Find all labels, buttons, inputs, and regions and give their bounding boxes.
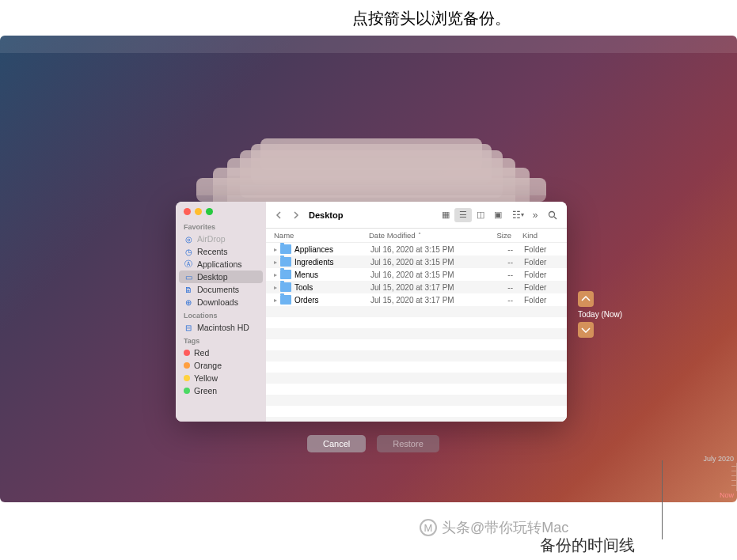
sidebar-tag-green[interactable]: Green (176, 384, 266, 397)
file-row[interactable]: ▸MenusJul 16, 2020 at 3:15 PM--Folder (266, 268, 567, 281)
view-gallery-button[interactable]: ▣ (489, 208, 507, 222)
svg-point-0 (549, 211, 555, 217)
column-size[interactable]: Size (472, 231, 511, 240)
watermark-icon: M (420, 519, 437, 536)
file-row[interactable]: ▸IngredientsJul 16, 2020 at 3:15 PM--Fol… (266, 255, 567, 268)
watermark: M 头条@带你玩转Mac (420, 518, 568, 537)
disclosure-triangle-icon[interactable]: ▸ (274, 284, 280, 291)
tm-previous-button[interactable] (578, 291, 594, 307)
window-controls (176, 208, 266, 220)
sidebar-item-applications[interactable]: ⒶApplications (176, 258, 266, 271)
tag-dot-orange (184, 362, 190, 369)
sidebar-tag-red[interactable]: Red (176, 346, 266, 359)
disclosure-triangle-icon[interactable]: ▸ (274, 297, 280, 304)
time-machine-desktop: Favorites ◎AirDrop ◷Recents ⒶApplication… (0, 36, 737, 502)
sidebar-item-downloads[interactable]: ⊕Downloads (176, 296, 266, 308)
sidebar-tag-orange[interactable]: Orange (176, 359, 266, 372)
disclosure-triangle-icon[interactable]: ▸ (274, 271, 280, 278)
view-mode-group: ▦ ☰ ◫ ▣ (437, 208, 507, 222)
file-row-empty (266, 384, 567, 395)
file-row-empty (266, 373, 567, 384)
annotation-line-bottom (662, 460, 663, 539)
sidebar-favorites-header: Favorites (176, 220, 266, 233)
menubar (0, 36, 737, 53)
timeline-now-label: Now (694, 491, 737, 499)
file-row-empty (266, 395, 567, 406)
column-name[interactable]: Name (274, 231, 369, 240)
backup-timeline[interactable]: July 2020 Now (694, 455, 737, 499)
finder-toolbar: Desktop ▦ ☰ ◫ ▣ ☷▾ » (266, 202, 567, 229)
apps-icon: Ⓐ (184, 259, 193, 269)
column-kind[interactable]: Kind (511, 231, 551, 240)
nav-forward-button[interactable] (290, 210, 301, 221)
file-row-empty (266, 361, 567, 373)
time-machine-nav: Today (Now) (578, 289, 641, 340)
sidebar-tag-yellow[interactable]: Yellow (176, 372, 266, 384)
disk-icon: ⊟ (184, 323, 193, 332)
nav-back-button[interactable] (274, 210, 285, 221)
file-row-empty (266, 417, 567, 422)
sidebar-item-recents[interactable]: ◷Recents (176, 245, 266, 258)
downloads-icon: ⊕ (184, 297, 193, 307)
maximize-button[interactable] (206, 208, 213, 215)
restore-button[interactable]: Restore (377, 435, 439, 452)
file-row-empty (266, 350, 567, 361)
file-row-empty (266, 339, 567, 350)
finder-main: Desktop ▦ ☰ ◫ ▣ ☷▾ » Name Date Modified˄… (266, 202, 567, 422)
file-row[interactable]: ▸AppliancesJul 16, 2020 at 3:15 PM--Fold… (266, 243, 567, 255)
finder-sidebar: Favorites ◎AirDrop ◷Recents ⒶApplication… (176, 202, 266, 422)
minimize-button[interactable] (195, 208, 202, 215)
finder-title: Desktop (309, 210, 343, 220)
folder-icon (280, 295, 291, 305)
airdrop-icon: ◎ (184, 234, 193, 244)
timeline-month-label: July 2020 (694, 455, 737, 463)
tag-dot-green (184, 388, 190, 394)
documents-icon: 🗎 (184, 285, 193, 294)
file-row-empty (266, 317, 567, 328)
sidebar-tags-header: Tags (176, 334, 266, 346)
close-button[interactable] (184, 208, 191, 215)
search-button[interactable] (546, 209, 559, 221)
sidebar-item-airdrop: ◎AirDrop (176, 233, 266, 245)
column-date[interactable]: Date Modified˄ (369, 231, 472, 240)
view-column-button[interactable]: ◫ (472, 208, 489, 222)
view-list-button[interactable]: ☰ (454, 208, 472, 222)
folder-icon (280, 244, 291, 254)
folder-icon (280, 257, 291, 267)
file-row-empty (266, 306, 567, 317)
group-by-button[interactable]: ☷▾ (511, 209, 524, 221)
sidebar-item-desktop[interactable]: ▭Desktop (179, 271, 263, 283)
action-buttons: Cancel Restore (307, 435, 439, 452)
cancel-button[interactable]: Cancel (307, 435, 366, 452)
more-button[interactable]: » (529, 209, 541, 221)
column-headers: Name Date Modified˄ Size Kind (266, 229, 567, 243)
folder-icon (280, 270, 291, 279)
file-row[interactable]: ▸OrdersJul 15, 2020 at 3:17 PM--Folder (266, 293, 567, 306)
view-icon-button[interactable]: ▦ (437, 208, 454, 222)
timeline-ticks (694, 463, 737, 491)
file-row[interactable]: ▸ToolsJul 15, 2020 at 3:17 PM--Folder (266, 281, 567, 293)
tag-dot-red (184, 350, 190, 356)
finder-window: Favorites ◎AirDrop ◷Recents ⒶApplication… (176, 202, 567, 422)
desktop-icon: ▭ (184, 272, 193, 282)
file-list: ▸AppliancesJul 16, 2020 at 3:15 PM--Fold… (266, 243, 567, 422)
file-row-empty (266, 328, 567, 339)
annotation-bottom-text: 备份的时间线 (540, 535, 635, 556)
clock-icon: ◷ (184, 247, 193, 256)
tm-next-button[interactable] (578, 322, 594, 338)
folder-icon (280, 282, 291, 292)
sidebar-locations-header: Locations (176, 308, 266, 321)
tm-current-label: Today (Now) (578, 310, 641, 319)
tag-dot-yellow (184, 375, 190, 381)
sort-indicator-icon: ˄ (418, 232, 421, 239)
stacked-window[interactable] (196, 178, 546, 202)
sidebar-item-documents[interactable]: 🗎Documents (176, 283, 266, 296)
disclosure-triangle-icon[interactable]: ▸ (274, 259, 280, 266)
file-row-empty (266, 406, 567, 417)
disclosure-triangle-icon[interactable]: ▸ (274, 246, 280, 253)
sidebar-item-macintosh-hd[interactable]: ⊟Macintosh HD (176, 321, 266, 334)
annotation-top-text: 点按箭头以浏览备份。 (352, 8, 511, 29)
